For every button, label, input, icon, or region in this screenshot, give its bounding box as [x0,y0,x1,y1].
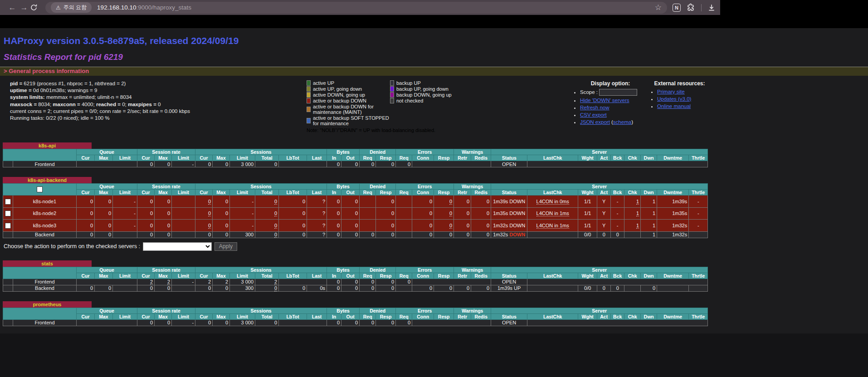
cell-s-max: 0 [213,285,230,291]
extensions-puzzle-icon[interactable] [687,3,695,12]
cell-status: OPEN [491,319,527,326]
link-updates-v3-0-[interactable]: Updates (v3.0) [657,96,691,102]
col-group-sessions: Sessions [195,149,327,155]
apply-button[interactable]: Apply [215,242,237,251]
col-status: Status [491,273,527,279]
option-item: Refresh now [580,105,649,110]
col-lastchk: LastChk [527,273,578,279]
cell-s-lbtot: 0 [279,196,307,208]
col-act: Act [597,190,611,196]
col-in: In [327,155,341,161]
cell-bytes-in: 0 [327,231,341,238]
cell-q-limit [113,285,137,291]
row-name: Frontend [13,319,77,326]
cell-s-last: ? [307,196,327,208]
cell-denied-req [360,196,376,208]
cell-err-conn: 0 [412,207,434,220]
cell-dwntme [657,285,689,291]
page-subtitle: Statistics Report for pid 6219 [4,52,868,62]
scope-input[interactable] [599,89,637,96]
cell-chk: 1 [624,220,641,232]
legend-swatch [307,98,311,103]
cell-denied-resp: 0 [376,279,396,285]
cell-warn-retr: 0 [454,231,471,238]
col-req: Req [396,155,412,161]
legend-label: active UP, going down [313,86,362,92]
cell-wght: 0/0 [578,285,597,291]
cell-dwntme: 1m32s [657,231,689,238]
cell-sr-limit [172,220,195,232]
select-all-checkbox[interactable] [37,186,43,192]
col-group-errors: Errors [396,184,454,190]
forward-icon[interactable]: → [18,3,30,12]
reload-icon[interactable] [30,4,42,11]
notion-extension-icon[interactable]: N [673,4,681,12]
link-csv-export[interactable]: CSV export [580,112,607,118]
col-limit: Limit [113,313,137,319]
cell-err-resp: 0 [434,285,454,291]
col-out: Out [341,155,360,161]
cell-s-total: 0 [255,231,279,238]
server-checkbox[interactable] [5,211,11,216]
back-icon[interactable]: ← [6,3,18,12]
col-thrtle: Thrtle [689,155,708,161]
col-group-errors: Errors [396,149,454,155]
action-select[interactable] [143,242,212,251]
cell-s-max: 0 [213,207,230,220]
col-limit: Limit [172,190,195,196]
legend-note: Note: "NOLB"/"DRAIN" = UP with load-bala… [307,127,502,133]
cell-status: 1m39s DOWN [491,196,527,208]
cell-s-limit: 3 000 [230,161,255,167]
col-chk: Chk [624,155,641,161]
col-group-warnings: Warnings [454,267,491,273]
cell-wght: 1/1 [578,220,597,232]
bookmark-star-icon[interactable]: ☆ [655,3,662,12]
cell-bck: - [611,207,624,220]
toolbar-icons: N [673,3,716,12]
legend-label: active or backup DOWN for maintenance (M… [313,104,390,115]
cell-s-total: 2 [255,279,279,285]
cell-q-limit [113,231,137,238]
col-total: Total [255,155,279,161]
cell-wght: 1/1 [578,207,597,220]
server-checkbox[interactable] [5,199,11,205]
url-bar[interactable]: ⚠ 주의 요함 192.168.10.10:9000/haproxy_stats… [45,2,667,14]
col-dwntme: Dwntme [657,155,689,161]
proxy-title-prometheus: prometheus [3,301,92,308]
download-icon[interactable] [707,4,716,12]
col-in: In [327,313,341,319]
link-hide-down-servers[interactable]: Hide 'DOWN' servers [580,98,629,103]
col-total: Total [255,190,279,196]
cell-s-lbtot: 0 [279,207,307,220]
cell-err-conn: 0 [412,285,434,291]
cell-s-lbtot: 0 [279,285,307,291]
cell-sr-cur: 0 [137,207,155,220]
link-schema[interactable]: schema [613,119,631,125]
link-primary-site[interactable]: Primary site [657,89,685,94]
server-checkbox[interactable] [5,223,11,229]
cell-bytes-out: 0 [341,285,360,291]
cell-dwntme: 1m32s [657,220,689,232]
action-bar: Choose the action to perform on the chec… [4,242,868,251]
col-group-warnings: Warnings [454,149,491,155]
legend: active UPbackup UPactive UP, going downb… [307,80,502,126]
link-online-manual[interactable]: Online manual [657,103,691,109]
col-limit: Limit [230,155,255,161]
col-retr: Retr [454,190,471,196]
link-refresh-now[interactable]: Refresh now [580,105,610,110]
col-req: Req [360,155,376,161]
cell-warn-retr: 0 [454,196,471,208]
cell-act: 0 [597,231,611,238]
cell-denied-req: 0 [360,279,376,285]
cell-sr-max: 0 [155,319,172,326]
col-chk: Chk [624,273,641,279]
display-options-heading: Display option: [572,80,649,87]
cell-s-max: 0 [213,319,230,326]
legend-item: active or backup DOWN [307,98,390,103]
security-badge[interactable]: ⚠ 주의 요함 [51,2,92,13]
section-general-process-information: > General process information [0,67,868,76]
link-json-export[interactable]: JSON export [580,119,610,125]
row-checkbox-cell [3,161,13,167]
proxy-table-prometheus: prometheusQueueSession rateSessionsBytes… [3,301,868,326]
col-group-sessions: Sessions [195,184,327,190]
